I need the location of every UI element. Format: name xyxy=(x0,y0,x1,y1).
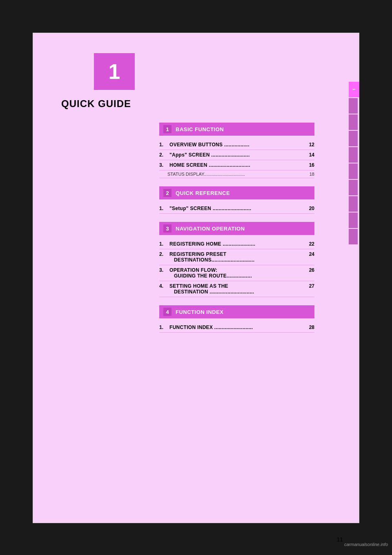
section-2: 2 QUICK REFERENCE 1. "Setup" SCREEN ....… xyxy=(159,186,314,214)
tab-7[interactable] xyxy=(349,180,358,195)
section-header-4: 4 FUNCTION INDEX xyxy=(159,305,314,318)
watermark: carmanualsonline.info xyxy=(344,542,388,547)
toc-item-3-4: 4. SETTING HOME AS THE DESTINATION .....… xyxy=(159,281,314,297)
toc-item-3-1: 1. REGISTERING HOME ....................… xyxy=(159,239,314,249)
section-num-1: 1 xyxy=(163,125,172,133)
toc-item-4-1: 1. FUNCTION INDEX ......................… xyxy=(159,322,314,333)
section-header-3: 3 NAVIGATION OPERATION xyxy=(159,222,314,235)
chapter-number: 1 xyxy=(109,59,120,84)
section-1: 1 BASIC FUNCTION 1. OVERVIEW BUTTONS ...… xyxy=(159,123,314,178)
toc-item-2-1: 1. "Setup" SCREEN ......................… xyxy=(159,204,314,214)
section-num-3: 3 xyxy=(163,224,172,233)
tab-4[interactable] xyxy=(349,131,358,146)
toc-item-1-1: 1. OVERVIEW BUTTONS ................. 12 xyxy=(159,140,314,150)
section-title-3: NAVIGATION OPERATION xyxy=(176,226,245,232)
tab-6[interactable] xyxy=(349,163,358,179)
section-header-2: 2 QUICK REFERENCE xyxy=(159,186,314,199)
page-number: 11 xyxy=(336,536,343,543)
tab-5[interactable] xyxy=(349,147,358,163)
toc-item-3-2: 2. REGISTERING PRESET DESTINATIONS......… xyxy=(159,249,314,265)
section-3: 3 NAVIGATION OPERATION 1. REGISTERING HO… xyxy=(159,222,314,297)
tab-9[interactable] xyxy=(349,213,358,228)
chapter-tabs: 1 xyxy=(349,82,359,244)
section-title-2: QUICK REFERENCE xyxy=(176,190,230,196)
chapter-box: 1 xyxy=(94,53,135,90)
section-header-1: 1 BASIC FUNCTION xyxy=(159,123,314,136)
toc-item-1-2: 2. "Apps" SCREEN .......................… xyxy=(159,150,314,160)
tab-8[interactable] xyxy=(349,196,358,212)
section-num-2: 2 xyxy=(163,189,172,197)
tab-3[interactable] xyxy=(349,114,358,130)
tab-10[interactable] xyxy=(349,229,358,244)
toc-subitem-1-1: STATUS DISPLAY..........................… xyxy=(159,170,314,178)
tab-2[interactable] xyxy=(349,98,358,114)
toc-item-1-3: 3. HOME SCREEN .........................… xyxy=(159,160,314,170)
toc-content: 1 BASIC FUNCTION 1. OVERVIEW BUTTONS ...… xyxy=(159,123,314,341)
tab-1[interactable]: 1 xyxy=(349,82,359,97)
toc-item-3-3: 3. OPERATION FLOW: GUIDING THE ROUTE....… xyxy=(159,265,314,281)
section-title-1: BASIC FUNCTION xyxy=(176,126,224,132)
section-4: 4 FUNCTION INDEX 1. FUNCTION INDEX .....… xyxy=(159,305,314,333)
page-title: QUICK GUIDE xyxy=(61,98,131,110)
section-title-4: FUNCTION INDEX xyxy=(176,309,224,315)
section-num-4: 4 xyxy=(163,308,172,316)
